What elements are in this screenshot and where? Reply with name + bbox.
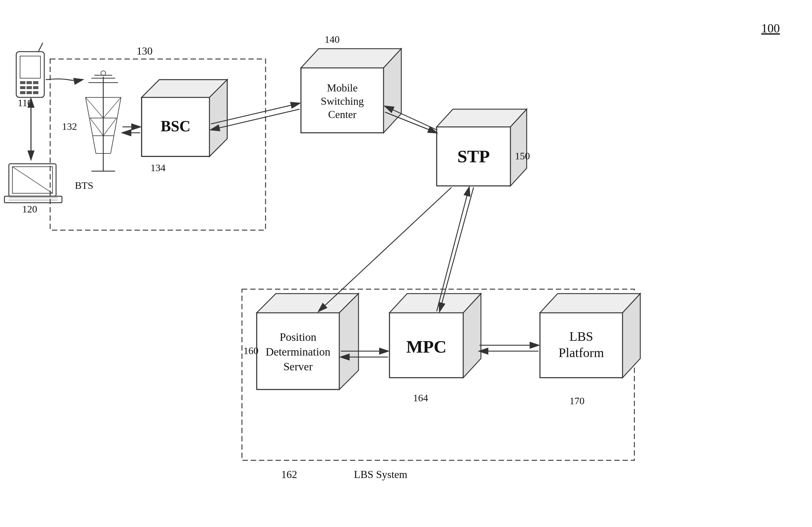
mpc-box: MPC	[390, 294, 481, 378]
phone-label: 110	[18, 97, 32, 108]
laptop-icon	[4, 164, 62, 203]
bts-num-label: 132	[62, 121, 77, 132]
phone-to-bts-arrow	[46, 79, 83, 80]
bsc-box: BSC	[142, 80, 227, 156]
svg-rect-2	[20, 81, 25, 84]
mpc-num-label: 164	[413, 393, 428, 404]
svg-rect-15	[4, 196, 62, 203]
svg-text:Server: Server	[283, 360, 313, 373]
svg-text:Platform: Platform	[559, 346, 604, 360]
svg-rect-0	[16, 52, 44, 97]
stp-to-pds-arrow	[319, 187, 451, 311]
svg-line-23	[86, 97, 96, 153]
svg-rect-6	[27, 86, 32, 89]
bts-group-label: 130	[136, 45, 153, 57]
svg-line-24	[111, 97, 121, 153]
svg-text:STP: STP	[457, 147, 490, 166]
stp-box: STP	[437, 109, 527, 186]
svg-text:MPC: MPC	[406, 337, 447, 356]
bts-tower-icon	[86, 71, 121, 171]
svg-rect-4	[33, 81, 38, 84]
msc-box: Mobile Switching Center	[301, 49, 401, 133]
svg-text:Mobile: Mobile	[327, 82, 358, 94]
svg-line-14	[12, 167, 53, 193]
svg-line-26	[103, 97, 121, 118]
stp-to-mpc-arrow	[440, 187, 474, 311]
lbs-system-label: LBS System	[354, 469, 407, 480]
svg-text:Position: Position	[280, 331, 317, 343]
svg-rect-9	[27, 91, 32, 94]
svg-line-25	[86, 97, 103, 118]
diagram-id: 100	[761, 21, 780, 35]
diagram-container: 100 130 LBS System 162	[0, 0, 812, 527]
lbs-platform-num-label: 170	[569, 395, 584, 406]
svg-rect-5	[20, 86, 25, 89]
svg-rect-1	[20, 56, 40, 78]
laptop-label: 120	[22, 204, 37, 215]
bts-label: BTS	[75, 180, 93, 191]
svg-line-11	[38, 43, 43, 52]
mpc-to-stp-arrow	[437, 187, 469, 311]
svg-rect-10	[33, 91, 38, 94]
svg-text:Switching: Switching	[321, 95, 364, 107]
svg-rect-72	[540, 313, 623, 378]
lbs-platform-box: LBS Platform	[540, 294, 640, 378]
svg-rect-8	[20, 91, 25, 94]
svg-rect-7	[33, 86, 38, 89]
svg-text:Determination: Determination	[265, 346, 330, 358]
svg-text:BSC: BSC	[160, 118, 190, 134]
lbs-system-num: 162	[281, 469, 297, 480]
svg-point-32	[101, 71, 106, 75]
stp-num-label: 150	[515, 150, 530, 161]
svg-text:Center: Center	[328, 108, 357, 120]
phone-icon	[16, 43, 44, 97]
svg-text:LBS: LBS	[569, 329, 593, 344]
msc-num-label: 140	[324, 34, 339, 45]
svg-rect-3	[27, 81, 32, 84]
pds-num-label: 160	[243, 345, 259, 356]
pds-box: Position Determination Server	[257, 294, 359, 390]
bsc-num-label: 134	[150, 162, 165, 173]
